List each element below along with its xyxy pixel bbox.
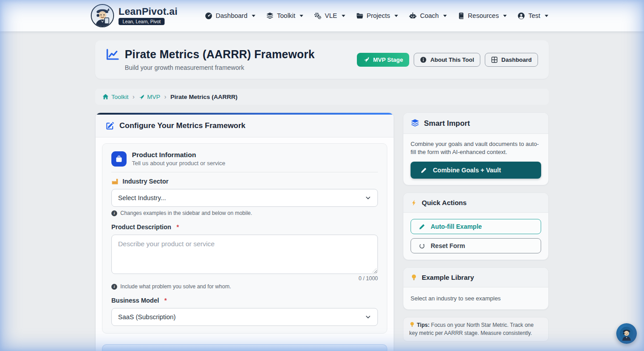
gears-icon <box>314 12 322 20</box>
grid-icon <box>491 56 498 63</box>
nav-label: Projects <box>367 12 390 19</box>
autofill-button-label: Auto-fill Example <box>431 223 482 230</box>
char-counter: 0 / 1000 <box>111 275 378 282</box>
refresh-icon <box>419 243 425 249</box>
divider <box>111 172 378 172</box>
combine-goals-vault-button[interactable]: Combine Goals + Vault <box>411 162 541 179</box>
industry-select-value: Select Industry... <box>118 194 166 201</box>
breadcrumb-separator: › <box>132 93 135 100</box>
business-model-select[interactable]: SaaS (Subscription) <box>111 308 378 326</box>
chevron-down-icon <box>300 15 303 17</box>
layers-icon <box>411 119 419 128</box>
robot-icon <box>409 12 417 20</box>
breadcrumb-separator: › <box>164 93 166 100</box>
info-icon <box>420 56 427 63</box>
about-this-tool-button[interactable]: About This Tool <box>414 53 480 67</box>
breadcrumb-mvp-link[interactable]: MVP <box>139 94 160 100</box>
required-asterisk: * <box>177 223 179 231</box>
example-library-card: Example Library Select an industry to se… <box>403 267 549 310</box>
dashboard-button[interactable]: Dashboard <box>485 53 538 67</box>
rocket-icon <box>363 56 369 63</box>
chevron-down-icon <box>394 15 398 17</box>
chevron-down-icon <box>503 15 507 17</box>
breadcrumb-current: Pirate Metrics (AARRR) <box>170 94 237 100</box>
chevron-down-icon <box>443 15 447 17</box>
layers-icon <box>266 12 274 20</box>
reset-form-button[interactable]: Reset Form <box>411 238 541 253</box>
configure-form-card: Configure Your Metrics Framework Product… <box>95 112 394 351</box>
industry-field: Industry Sector Select Industry... i Cha… <box>111 178 378 216</box>
required-asterisk: * <box>165 297 167 304</box>
info-icon: i <box>111 284 117 290</box>
quick-actions-title: Quick Actions <box>422 199 466 206</box>
nav-label: Resources <box>468 12 499 19</box>
bulb-icon <box>409 321 415 328</box>
smart-import-description: Combine your goals and vault documents t… <box>411 140 541 156</box>
section-subtitle: Tell us about your product or service <box>132 160 225 167</box>
breadcrumb: Toolkit › MVP › Pirate Metrics (AARRR) <box>95 89 549 105</box>
mascot-icon <box>619 326 634 341</box>
bulb-icon <box>411 274 417 281</box>
example-library-title: Example Library <box>422 274 474 281</box>
nav-item-coach[interactable]: Coach <box>404 9 452 23</box>
business-model-label: Business Model <box>111 297 159 304</box>
mvp-stage-label: MVP Stage <box>373 56 403 63</box>
nav-item-test[interactable]: Test <box>513 9 553 23</box>
breadcrumb-mvp-label: MVP <box>147 94 160 100</box>
combine-button-label: Combine Goals + Vault <box>433 167 501 174</box>
nav-label: Toolkit <box>277 12 295 19</box>
bolt-icon <box>411 199 417 206</box>
nav-label: Test <box>528 12 540 19</box>
quick-actions-card: Quick Actions Auto-fill Example Reset Fo… <box>403 193 549 260</box>
nav-item-toolkit[interactable]: Toolkit <box>261 9 308 23</box>
mascot-icon <box>91 4 114 27</box>
description-help: Include what problem you solve and for w… <box>120 283 231 290</box>
section-title: Product Information <box>132 151 225 158</box>
industry-label: Industry Sector <box>123 178 169 185</box>
mvp-stage-badge[interactable]: MVP Stage <box>357 53 409 67</box>
info-icon: i <box>111 210 117 216</box>
person-icon <box>517 12 525 20</box>
home-icon <box>102 94 109 100</box>
example-library-empty-text: Select an industry to see examples <box>411 294 541 303</box>
tips-card: Tips: Focus on your North Star Metric. T… <box>403 317 549 342</box>
chat-widget-button[interactable] <box>616 323 637 344</box>
breadcrumb-toolkit-link[interactable]: Toolkit <box>102 94 128 100</box>
form-title: Configure Your Metrics Framework <box>119 121 246 130</box>
bag-icon <box>111 151 127 167</box>
business-model-field: Business Model * SaaS (Subscription) <box>111 297 378 326</box>
page-header-card: Pirate Metrics (AARRR) Framework Build y… <box>95 40 549 79</box>
form-card-header: Configure Your Metrics Framework <box>96 115 394 137</box>
nav-label: VLE <box>325 12 337 19</box>
chevron-down-icon <box>545 15 548 17</box>
factory-icon <box>111 178 119 185</box>
nav-item-dashboard[interactable]: Dashboard <box>200 9 260 23</box>
smart-import-card: Smart Import Combine your goals and vaul… <box>403 112 549 185</box>
nav-item-resources[interactable]: Resources <box>453 9 512 23</box>
dashboard-button-label: Dashboard <box>501 56 532 63</box>
breadcrumb-toolkit-label: Toolkit <box>111 94 128 100</box>
top-navbar: LeanPivot.ai Lean, Learn, Pivot Dashboar… <box>0 0 644 31</box>
pencil-icon <box>420 167 427 174</box>
chevron-down-icon <box>252 15 255 17</box>
brand-name: LeanPivot.ai <box>119 7 178 17</box>
nav-item-projects[interactable]: Projects <box>351 9 403 23</box>
brand-logo[interactable]: LeanPivot.ai Lean, Learn, Pivot <box>91 4 178 27</box>
industry-help: Changes examples in the sidebar and belo… <box>120 210 252 216</box>
chevron-down-icon <box>365 314 371 320</box>
pencil-icon <box>419 223 425 230</box>
folder-icon <box>356 12 364 20</box>
product-information-section: Product Information Tell us about your p… <box>102 143 387 334</box>
autofill-example-button[interactable]: Auto-fill Example <box>411 219 541 234</box>
industry-select[interactable]: Select Industry... <box>111 189 378 207</box>
about-button-label: About This Tool <box>430 56 474 63</box>
description-textarea[interactable] <box>111 235 378 274</box>
nav-item-vle[interactable]: VLE <box>309 9 350 23</box>
gauge-icon <box>205 12 212 20</box>
page-subtitle: Build your growth measurement framework <box>125 64 315 71</box>
description-field: Product Description * 0 / 1000 i Include… <box>111 223 378 290</box>
chevron-down-icon <box>342 15 345 17</box>
chevron-down-icon <box>365 195 371 201</box>
edit-icon <box>106 121 114 130</box>
brand-tagline: Lean, Learn, Pivot <box>119 18 165 25</box>
